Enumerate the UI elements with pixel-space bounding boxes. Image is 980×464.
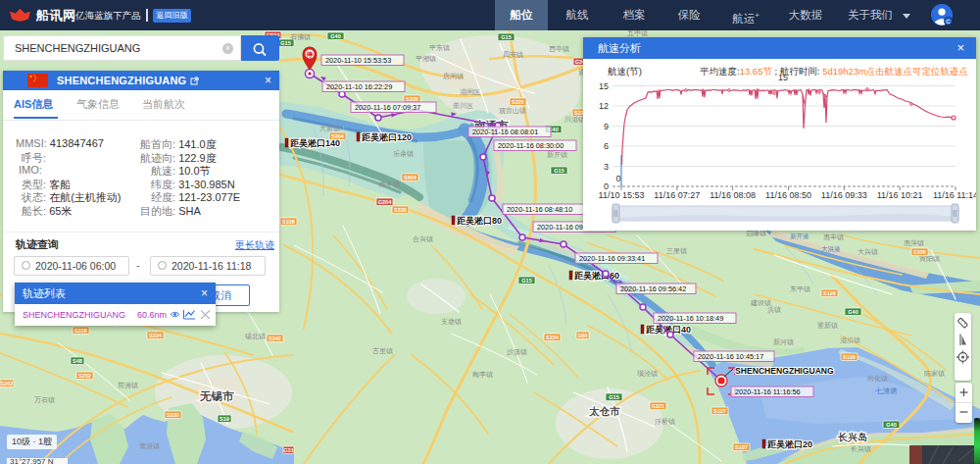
- svg-text:11/16 11:14: 11/16 11:14: [933, 190, 976, 200]
- svg-text:四安镇: 四安镇: [503, 51, 523, 59]
- svg-text:惠丰镇: 惠丰镇: [823, 233, 844, 241]
- svg-text:璜泾镇: 璜泾镇: [637, 370, 658, 378]
- svg-text:平潮镇: 平潮镇: [416, 55, 436, 63]
- svg-text:G15: G15: [280, 40, 290, 46]
- svg-text:S224: S224: [546, 335, 560, 340]
- svg-text:2020-11-16 08:48:10: 2020-11-16 08:48:10: [507, 205, 572, 214]
- svg-text:11/16 08:50: 11/16 08:50: [765, 190, 811, 200]
- svg-text:新开镇: 新开镇: [547, 150, 567, 159]
- svg-text:唐闸镇: 唐闸镇: [443, 72, 464, 80]
- svg-text:万石镇: 万石镇: [34, 396, 55, 404]
- svg-text:G40: G40: [886, 422, 896, 428]
- svg-text:S342: S342: [269, 335, 281, 341]
- svg-text:S336: S336: [913, 249, 926, 255]
- svg-text:三星镇: 三星镇: [666, 247, 687, 255]
- svg-text:9: 9: [604, 122, 609, 131]
- svg-text:寅阳镇: 寅阳镇: [919, 255, 940, 263]
- svg-text:12: 12: [599, 101, 609, 111]
- svg-text:S262: S262: [1, 381, 14, 387]
- svg-text:启隆镇: 启隆镇: [746, 230, 766, 237]
- svg-text:太仓市: 太仓市: [588, 405, 620, 417]
- svg-text:平东镇: 平东镇: [429, 44, 450, 52]
- svg-text:2020-11-16 10:18:49: 2020-11-16 10:18:49: [658, 314, 723, 323]
- svg-text:锡北镇: 锡北镇: [244, 333, 266, 340]
- svg-text:15: 15: [778, 73, 788, 82]
- svg-text:G31: G31: [283, 447, 293, 453]
- svg-text:浜镇: 浜镇: [767, 306, 781, 314]
- svg-text:大兴镇: 大兴镇: [858, 248, 878, 256]
- svg-text:2020-11-16 10:45:17: 2020-11-16 10:45:17: [698, 352, 763, 361]
- svg-text:S232: S232: [78, 373, 91, 379]
- svg-text:东平镇: 东平镇: [790, 285, 810, 293]
- svg-text:停: 停: [306, 51, 314, 59]
- svg-text:合兴镇: 合兴镇: [413, 235, 433, 243]
- svg-text:点击航速点可定位轨迹点: 点击航速点可定位轨迹点: [866, 66, 969, 77]
- svg-text:S128: S128: [843, 354, 856, 360]
- svg-text:2020-11-10 15:53:53: 2020-11-10 15:53:53: [325, 56, 391, 65]
- svg-text:S338: S338: [394, 207, 407, 213]
- svg-text:七浦塘: 七浦塘: [875, 387, 898, 395]
- svg-text:S228: S228: [74, 328, 87, 334]
- svg-text:距吴淞口80: 距吴淞口80: [457, 216, 502, 226]
- svg-text:2020-11-10 16:22:29: 2020-11-10 16:22:29: [326, 82, 392, 91]
- svg-text:西亭镇: 西亭镇: [549, 45, 569, 53]
- svg-text:2020-11-16 08:30:00: 2020-11-16 08:30:00: [498, 141, 564, 150]
- svg-text:沙溪镇: 沙溪镇: [507, 348, 527, 356]
- svg-text:SHENCHENGZHIGUANG: SHENCHENGZHIGUANG: [735, 366, 834, 376]
- svg-text:距吴淞口140: 距吴淞口140: [290, 138, 340, 148]
- svg-text:0: 0: [615, 174, 620, 183]
- svg-text:距吴淞口20: 距吴淞口20: [767, 439, 812, 449]
- svg-text:S48: S48: [73, 358, 82, 364]
- svg-text:无锡市: 无锡市: [199, 389, 234, 402]
- svg-text:S336: S336: [406, 96, 418, 102]
- svg-text:S19: S19: [220, 416, 229, 422]
- svg-text:11/16 08:08: 11/16 08:08: [710, 190, 756, 200]
- svg-text:S107: S107: [735, 444, 748, 450]
- svg-text:新开港: 新开港: [790, 232, 809, 240]
- svg-text:观音山镇: 观音山镇: [499, 107, 526, 115]
- svg-text:古里镇: 古里镇: [372, 347, 393, 355]
- svg-text:南丰镇: 南丰镇: [379, 180, 400, 188]
- svg-text:距吴淞口120: 距吴淞口120: [362, 132, 412, 142]
- svg-text:S338: S338: [282, 219, 295, 225]
- svg-text:支塘镇: 支塘镇: [441, 318, 462, 326]
- svg-text:G15: G15: [554, 168, 564, 174]
- svg-text:2020-11-16 11:16:56: 2020-11-16 11:16:56: [735, 387, 801, 396]
- svg-text:15: 15: [599, 81, 609, 91]
- svg-text:11/10 15:53: 11/10 15:53: [599, 190, 645, 200]
- svg-text:S128: S128: [823, 290, 836, 296]
- svg-text:2020-11-16 07:09:37: 2020-11-16 07:09:37: [355, 103, 420, 112]
- svg-text:新河镇: 新河镇: [773, 337, 794, 346]
- svg-text:长兴岛: 长兴岛: [837, 432, 867, 442]
- svg-text:航速(节): 航速(节): [608, 66, 642, 77]
- svg-text:G40: G40: [848, 309, 858, 315]
- svg-text:G15: G15: [501, 34, 511, 40]
- svg-text:11/16 09:33: 11/16 09:33: [821, 190, 867, 200]
- svg-text:长兴镇: 长兴镇: [851, 445, 871, 453]
- svg-text:S230: S230: [167, 412, 179, 418]
- svg-text:梅李镇: 梅李镇: [471, 371, 493, 379]
- svg-text:G15: G15: [609, 394, 618, 400]
- svg-text:向化镇: 向化镇: [867, 375, 888, 383]
- svg-text:2020-11-16 09:56:42: 2020-11-16 09:56:42: [620, 284, 686, 293]
- svg-text:前洲镇: 前洲镇: [118, 382, 138, 389]
- svg-text:五甲镇: 五甲镇: [627, 29, 648, 37]
- svg-text:浮桥镇: 浮桥镇: [655, 418, 675, 426]
- svg-text:2020-11-16 08:08:01: 2020-11-16 08:08:01: [472, 128, 538, 136]
- svg-text:崇川区: 崇川区: [453, 102, 473, 109]
- svg-text:川港镇: 川港镇: [564, 116, 585, 124]
- svg-text:陈家镇: 陈家镇: [924, 370, 945, 378]
- svg-text:2020-11-16 09:33:41: 2020-11-16 09:33:41: [579, 254, 645, 263]
- svg-text:港沿镇: 港沿镇: [840, 336, 860, 344]
- svg-text:大洪港: 大洪港: [821, 245, 841, 253]
- svg-text:11/16 07:27: 11/16 07:27: [654, 190, 700, 200]
- svg-text:3: 3: [604, 162, 609, 172]
- svg-text:S224: S224: [149, 333, 163, 338]
- svg-text:S127: S127: [713, 408, 726, 414]
- svg-text:C: C: [946, 19, 951, 25]
- svg-text:雪浪镇: 雪浪镇: [139, 442, 160, 450]
- svg-text:S604: S604: [404, 175, 417, 180]
- svg-text:惠萍镇: 惠萍镇: [904, 239, 924, 247]
- svg-text:港闸区: 港闸区: [460, 88, 480, 96]
- svg-text:G204: G204: [378, 199, 392, 205]
